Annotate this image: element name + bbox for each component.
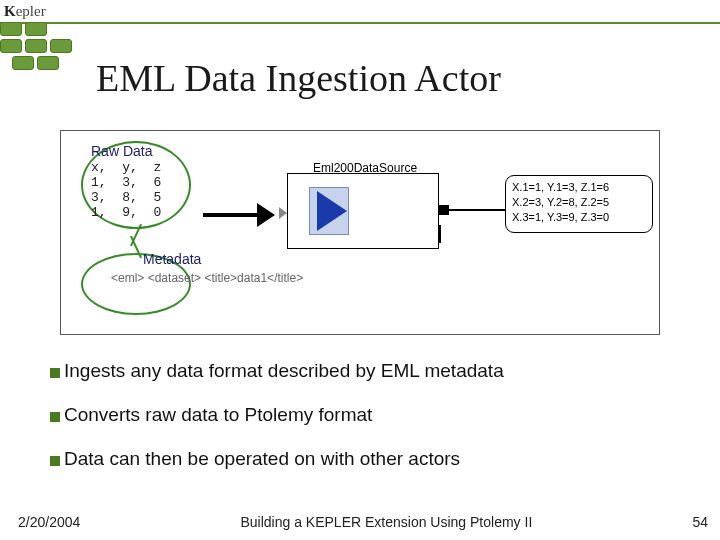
list-item: Converts raw data to Ptolemy format [50,404,670,426]
bullet-icon [50,412,60,422]
raw-data-grid: x, y, z 1, 3, 6 3, 8, 5 1, 9, 0 [91,161,161,221]
output-box: X.1=1, Y.1=3, Z.1=6 X.2=3, Y.2=8, Z.2=5 … [505,175,653,233]
list-item: Ingests any data format described by EML… [50,360,670,382]
bullet-text: Ingests any data format described by EML… [64,360,504,382]
slide-footer: 2/20/2004 Building a KEPLER Extension Us… [18,514,708,530]
raw-data-label: Raw Data [91,143,161,159]
footer-date: 2/20/2004 [18,514,80,530]
metadata-xml: <eml> <dataset> <title>data1</title> [111,271,303,286]
actor-wire [449,209,509,211]
actor-wire-stub [439,225,441,243]
bullet-list: Ingests any data format described by EML… [50,360,670,492]
actor-label: Eml200DataSource [313,161,417,175]
actor-output-port-icon [439,205,449,215]
diagram-frame: Raw Data x, y, z 1, 3, 6 3, 8, 5 1, 9, 0… [60,130,660,335]
metadata-block: Metadata <eml> <dataset> <title>data1</t… [111,251,303,286]
actor-input-port-icon [279,207,287,219]
slide-title: EML Data Ingestion Actor [96,56,501,100]
bullet-text: Converts raw data to Ptolemy format [64,404,372,426]
metadata-label: Metadata [143,251,303,267]
logo-blocks [0,22,72,73]
bullet-icon [50,456,60,466]
logo-text: Kepler [4,3,46,20]
header-logo: Kepler [0,0,720,20]
output-text: X.1=1, Y.1=3, Z.1=6 X.2=3, Y.2=8, Z.2=5 … [506,176,652,229]
raw-data-block: Raw Data x, y, z 1, 3, 6 3, 8, 5 1, 9, 0 [91,143,161,221]
footer-title: Building a KEPLER Extension Using Ptolem… [240,514,532,530]
bullet-icon [50,368,60,378]
header-divider [0,22,720,24]
list-item: Data can then be operated on with other … [50,448,670,470]
actor-play-icon [317,191,347,231]
footer-page: 54 [692,514,708,530]
bullet-text: Data can then be operated on with other … [64,448,460,470]
